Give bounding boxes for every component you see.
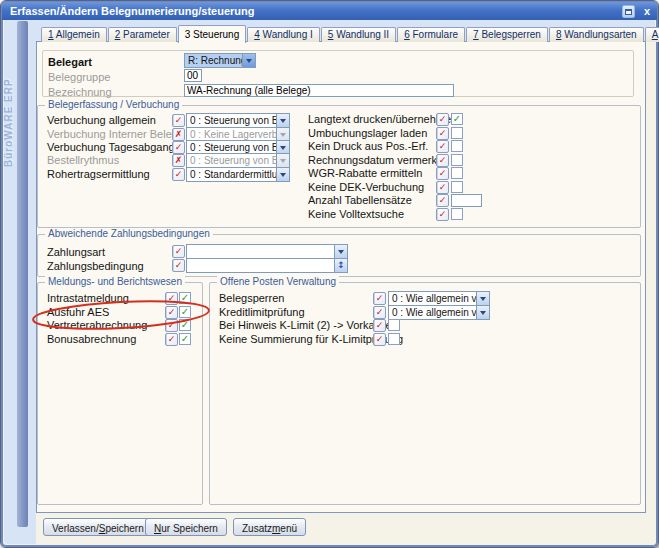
umbuchungslager-label: Umbuchungslager laden [308,127,427,140]
rohertragsermittlung-label: Rohertragsermittlung [47,168,150,181]
titlebar: Erfassen/Ändern Belegnumerierung/steueru… [2,2,657,20]
checkbox-vertreterabrechnung[interactable]: ✓ [179,319,191,331]
zahlungsart-select[interactable] [186,244,348,259]
dropdown-arrow-icon[interactable] [476,306,489,319]
flag-x-icon[interactable]: ✗ [172,154,185,167]
dropdown-arrow-icon [276,154,289,167]
flag-check-icon[interactable]: ✓ [436,208,449,221]
bezeichnung-input[interactable] [184,84,454,97]
anzahl-tabellensaetze-label: Anzahl Tabellensätze [308,194,412,207]
flag-check-icon[interactable]: ✓ [172,245,185,258]
anzahl-tabellensaetze-input[interactable] [451,194,482,207]
bestellrythmus-label: Bestellrythmus [47,154,119,167]
tab-parameter[interactable]: 2 Parameter [108,27,177,42]
checkbox-umbuchungslager[interactable] [451,127,463,139]
dropdown-arrow-icon[interactable] [276,168,289,181]
tab-bar: 1 Allgemein 2 Parameter 3 Steuerung 4 Wa… [41,24,659,42]
screenshot-stage: Erfassen/Ändern Belegnumerierung/steueru… [0,0,659,548]
flag-check-icon[interactable]: ✓ [436,140,449,153]
close-button[interactable]: x [644,3,650,19]
checkbox-intrastatmeldung[interactable]: ✓ [179,292,191,304]
flag-check-icon[interactable]: ✓ [172,114,185,127]
flag-check-icon[interactable]: ✓ [373,319,386,332]
flag-check-icon[interactable]: ✓ [165,319,178,332]
restore-button[interactable] [622,5,635,18]
nur-speichern-button[interactable]: Nur Speichern [145,518,227,536]
flag-check-icon[interactable]: ✓ [165,292,178,305]
belegsperren-select[interactable]: 0 : Wie allgemein verwenden [388,291,490,306]
tab-steuerung[interactable]: 3 Steuerung [178,25,247,43]
verlassen-speichern-button[interactable]: Verlassen/Speichern [43,518,153,536]
flag-x-icon[interactable]: ✗ [172,128,185,141]
left-accent-bar [17,21,28,527]
dropdown-arrow-icon[interactable] [334,245,347,258]
belegart-label: Belegart [48,56,92,69]
zusatzmenue-button[interactable]: Zusatzmenü [233,518,306,536]
zahlung-legend: Abweichende Zahlungsbedingungen [45,228,213,239]
flag-check-icon[interactable]: ✓ [436,181,449,194]
checkbox-rechnungsdatum[interactable] [451,154,463,166]
flag-check-icon[interactable]: ✓ [436,167,449,180]
flag-check-icon[interactable]: ✓ [436,154,449,167]
flag-check-icon[interactable]: ✓ [172,141,185,154]
checkbox-keine-summierung[interactable] [388,333,400,345]
op-legend: Offene Posten Verwaltung [217,276,339,287]
beleggruppe-input[interactable] [184,69,202,82]
belegsperren-label: Belegsperren [219,292,284,305]
tab-sonstige[interactable]: A Sonstige [645,27,659,42]
flag-check-icon[interactable]: ✓ [436,113,449,126]
checkbox-ausfuhr-aes[interactable]: ✓ [179,306,191,318]
flag-check-icon[interactable]: ✓ [165,306,178,319]
rechnungsdatum-label: Rechnungsdatum vermerken [308,154,449,167]
flag-check-icon[interactable]: ✓ [165,333,178,346]
flag-check-icon[interactable]: ✓ [373,333,386,346]
keine-volltextsuche-label: Keine Volltextsuche [308,208,404,221]
restore-icon [625,9,632,15]
beleggruppe-label: Beleggruppe [48,71,110,84]
belegart-select[interactable]: R: Rechnung [184,53,256,68]
zahlungsart-label: Zahlungsart [47,246,105,259]
bezeichnung-label: Bezeichnung [48,86,112,99]
ausfuhr-aes-label: Ausfuhr AES [47,306,109,319]
dropdown-arrow-icon[interactable] [276,114,289,127]
wgr-rabatte-label: WGR-Rabatte ermitteln [308,167,422,180]
checkbox-keine-dek[interactable] [451,181,463,193]
kreditlimitpruefung-label: Kreditlimitprüfung [219,306,305,319]
checkbox-k-limit-vorkasse[interactable] [388,319,400,331]
kein-druck-label: Kein Druck aus Pos.-Erf. [308,140,428,153]
tab-formulare[interactable]: 6 Formulare [397,27,465,42]
flag-check-icon[interactable]: ✓ [172,259,185,272]
keine-dek-label: Keine DEK-Verbuchung [308,181,424,194]
flag-check-icon[interactable]: ✓ [172,168,185,181]
vertreterabrechnung-label: Vertreterabrechnung [47,319,147,332]
dropdown-arrow-icon[interactable] [242,54,255,67]
flag-check-icon[interactable]: ✓ [436,194,449,207]
checkbox-kein-druck[interactable] [451,140,463,152]
verbuchung-allgemein-select[interactable]: 0 : Steuerung von Belegart [186,113,290,128]
tab-wandlung-2[interactable]: 5 Wandlung II [321,27,396,42]
meldung-legend: Meldungs- und Berichtswesen [45,276,185,287]
flag-check-icon[interactable]: ✓ [373,292,386,305]
tab-belegsperren[interactable]: 7 Belegsperren [466,27,548,42]
tab-allgemein[interactable]: 1 Allgemein [41,27,107,42]
checkbox-keine-volltextsuche[interactable] [451,208,463,220]
bestellrythmus-select: 0 : Steuerung von Belegart [186,153,290,168]
tab-wandlungsarten[interactable]: 8 Wandlungsarten [549,27,644,42]
erp-dialog-window: Erfassen/Ändern Belegnumerierung/steueru… [0,0,659,548]
bonusabrechnung-label: Bonusabrechnung [47,333,136,346]
window-title: Erfassen/Ändern Belegnumerierung/steueru… [10,5,255,17]
checkbox-bonusabrechnung[interactable]: ✓ [179,333,191,345]
checkbox-langtext[interactable]: ✓ [451,113,463,125]
dropdown-arrow-icon[interactable] [476,292,489,305]
flag-check-icon[interactable]: ✓ [373,306,386,319]
checkbox-wgr-rabatte[interactable] [451,167,463,179]
tab-wandlung-1[interactable]: 4 Wandlung I [247,27,320,42]
brand-vertical-text: BüroWARE ERP [3,27,17,167]
k-limit-vorkasse-label: Bei Hinweis K-Limit (2) -> Vorkasse [219,319,392,332]
zahlungsbedingung-select[interactable]: ↕ [186,258,348,273]
updown-arrow-icon[interactable]: ↕ [334,259,347,272]
erfassung-legend: Belegerfassung / Verbuchung [45,99,182,110]
flag-check-icon[interactable]: ✓ [436,127,449,140]
kreditlimitpruefung-select[interactable]: 0 : Wie allgemein verwenden [388,305,490,320]
rohertragsermittlung-select[interactable]: 0 : Standardermittlung [186,167,290,182]
